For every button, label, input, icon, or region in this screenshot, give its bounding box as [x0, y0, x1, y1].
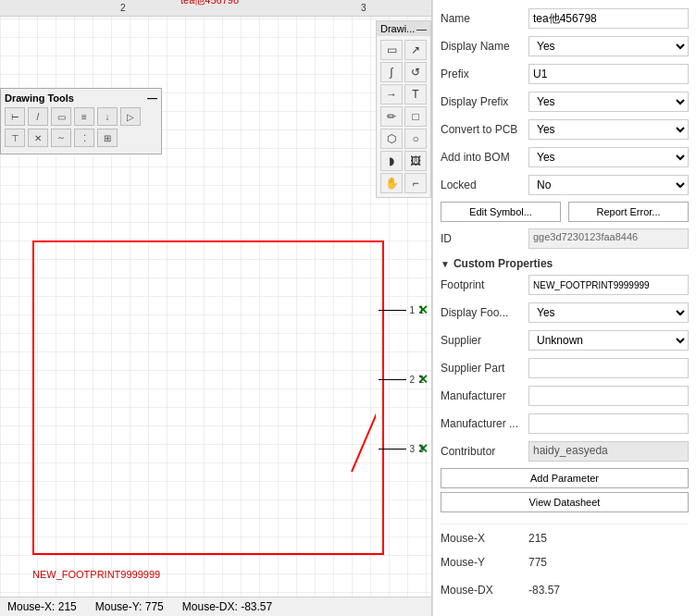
- add-parameter-button[interactable]: Add Parameter: [441, 468, 689, 488]
- mouse-dx-label: Mouse-DX: -83.57: [182, 600, 272, 613]
- pin-1-outer-num: 1: [409, 305, 415, 315]
- display-prefix-label: Display Prefix: [441, 95, 528, 108]
- prefix-input[interactable]: [528, 64, 689, 84]
- dt-btn-circle[interactable]: ○: [404, 129, 427, 149]
- dt-btn-pencil[interactable]: ✏: [380, 106, 403, 127]
- prop-bom-row: Add into BOM Yes No: [441, 146, 689, 168]
- ruler-num-3: 3: [361, 3, 367, 13]
- component-reference-label: U1 tea他456798: [180, 0, 239, 8]
- display-footprint-label: Display Foo...: [441, 306, 528, 319]
- pin-2-outer-num: 2: [409, 375, 415, 385]
- component-box[interactable]: 1 1 ✕ 2 2 ✕ 3 3 ✕: [32, 240, 384, 555]
- manufacturer-input[interactable]: [528, 386, 689, 406]
- status-mouse-dx-label: Mouse-DX: [441, 584, 528, 597]
- footprint-label: Footprint: [441, 278, 528, 291]
- prop-manufacturer2-row: Manufacturer ...: [441, 413, 689, 435]
- id-label: ID: [441, 232, 528, 245]
- edit-report-btn-row: Edit Symbol... Report Error...: [441, 202, 689, 222]
- prop-display-prefix-row: Display Prefix Yes No: [441, 91, 689, 113]
- supplier-part-label: Supplier Part: [441, 362, 528, 375]
- pin-2-line: [379, 379, 406, 380]
- drawing-toolbar: Drawi... — ▭ ↗ ∫ ↺ → T ✏ □ ⬡ ○ ◗ 🖼 ✋ ⌐: [376, 20, 431, 198]
- pin-2: 2 2 ✕: [379, 372, 429, 387]
- dt-btn-rect[interactable]: ▭: [380, 40, 403, 60]
- id-value: gge3d7230123faa8446: [528, 228, 689, 249]
- prop-display-footprint-row: Display Foo... Yes No: [441, 302, 689, 324]
- dt-btn-line[interactable]: →: [380, 84, 403, 105]
- pin-3-outer-num: 3: [409, 444, 415, 454]
- manufacturer2-label: Manufacturer ...: [441, 417, 528, 430]
- pin-3: 3 3 ✕: [379, 441, 429, 456]
- prop-name-row: Name: [441, 7, 689, 30]
- pin-3-inner-num: 3: [418, 444, 424, 454]
- prop-id-row: ID gge3d7230123faa8446: [441, 228, 689, 250]
- prop-supplier-row: Supplier Unknown LCSC Other: [441, 329, 689, 351]
- supplier-select[interactable]: Unknown LCSC Other: [528, 330, 689, 351]
- contributor-value: haidy_easyeda: [528, 441, 689, 462]
- convert-pcb-select[interactable]: Yes No: [528, 119, 689, 140]
- bom-select[interactable]: Yes No: [528, 147, 689, 167]
- pin-3-line: [379, 449, 406, 450]
- right-panel: Name Display Name Yes No Prefix Display …: [432, 0, 696, 616]
- prop-locked-row: Locked No Yes: [441, 174, 689, 196]
- view-datasheet-button[interactable]: View Datasheet: [441, 492, 689, 512]
- prop-convert-pcb-row: Convert to PCB Yes No: [441, 118, 689, 141]
- contributor-label: Contributor: [441, 445, 528, 458]
- custom-properties-header: ▼ Custom Properties: [441, 257, 689, 270]
- display-footprint-select[interactable]: Yes No: [528, 302, 689, 323]
- dt-btn-curve[interactable]: ∫: [380, 62, 403, 82]
- mouse-dx-value: -83.57: [241, 600, 272, 613]
- pin-1-line: [379, 310, 406, 311]
- display-name-label: Display Name: [441, 40, 528, 53]
- locked-label: Locked: [441, 179, 528, 191]
- pin-2-inner-num: 2: [418, 375, 424, 385]
- dt-btn-rotate[interactable]: ↺: [404, 62, 427, 82]
- dt-btn-arrow[interactable]: ↗: [404, 40, 427, 60]
- supplier-part-input[interactable]: [528, 358, 689, 378]
- drawing-toolbar-title: Drawi...: [380, 23, 415, 34]
- drawing-toolbar-grid: ▭ ↗ ∫ ↺ → T ✏ □ ⬡ ○ ◗ 🖼 ✋ ⌐: [377, 36, 430, 197]
- dt-btn-rect2[interactable]: □: [404, 106, 427, 127]
- mouse-y-label: Mouse-Y: 775: [95, 600, 164, 613]
- manufacturer-label: Manufacturer: [441, 389, 528, 402]
- locked-select[interactable]: No Yes: [528, 175, 689, 195]
- dt-btn-image[interactable]: 🖼: [404, 151, 427, 171]
- prop-footprint-row: Footprint: [441, 274, 689, 296]
- footprint-input[interactable]: [528, 275, 689, 295]
- status-mouse-y-value: 775: [528, 556, 689, 569]
- manufacturer2-input[interactable]: [528, 413, 689, 434]
- component-name: tea他456798: [180, 0, 239, 8]
- ruler-num-2: 2: [120, 3, 126, 13]
- mouse-y-value: 775: [145, 600, 164, 613]
- status-mouse-x-label: Mouse-X: [441, 532, 528, 545]
- dt-btn-hex[interactable]: ⬡: [380, 129, 403, 149]
- prop-supplier-part-row: Supplier Part: [441, 357, 689, 379]
- drawing-toolbar-header: Drawi... —: [377, 21, 430, 36]
- bom-label: Add into BOM: [441, 151, 528, 164]
- status-mouse-y-row: Mouse-Y 775: [441, 551, 689, 573]
- dt-btn-arc[interactable]: ◗: [380, 151, 403, 171]
- display-prefix-select[interactable]: Yes No: [528, 92, 689, 112]
- prop-contributor-row: Contributor haidy_easyeda: [441, 440, 689, 462]
- edit-symbol-button[interactable]: Edit Symbol...: [441, 202, 561, 222]
- display-name-select[interactable]: Yes No: [528, 36, 689, 56]
- dt-btn-hand[interactable]: ✋: [380, 173, 403, 193]
- convert-pcb-label: Convert to PCB: [441, 123, 528, 136]
- name-input[interactable]: [528, 8, 689, 29]
- prop-display-name-row: Display Name Yes No: [441, 35, 689, 57]
- mouse-x-value: 215: [58, 600, 77, 613]
- mouse-x-label: Mouse-X: 215: [7, 600, 77, 613]
- status-mouse-dx-value: -83.57: [528, 584, 689, 597]
- custom-properties-label: Custom Properties: [454, 257, 553, 270]
- report-error-button[interactable]: Report Error...: [568, 202, 689, 222]
- prefix-label: Prefix: [441, 68, 528, 80]
- pin-1: 1 1 ✕: [379, 302, 429, 317]
- dt-btn-text[interactable]: T: [404, 84, 427, 105]
- canvas-area[interactable]: 2 3 Drawi... — ▭ ↗ ∫ ↺ → T ✏ □ ⬡ ○ ◗ 🖼 ✋…: [0, 0, 432, 616]
- drawing-toolbar-close[interactable]: —: [416, 23, 427, 34]
- status-mouse-x-value: 215: [528, 532, 689, 545]
- status-mouse-x-row: Mouse-X 215: [441, 524, 689, 546]
- prop-prefix-row: Prefix: [441, 63, 689, 85]
- status-mouse-dx-row: Mouse-DX -83.57: [441, 579, 689, 601]
- dt-btn-corner[interactable]: ⌐: [404, 173, 427, 193]
